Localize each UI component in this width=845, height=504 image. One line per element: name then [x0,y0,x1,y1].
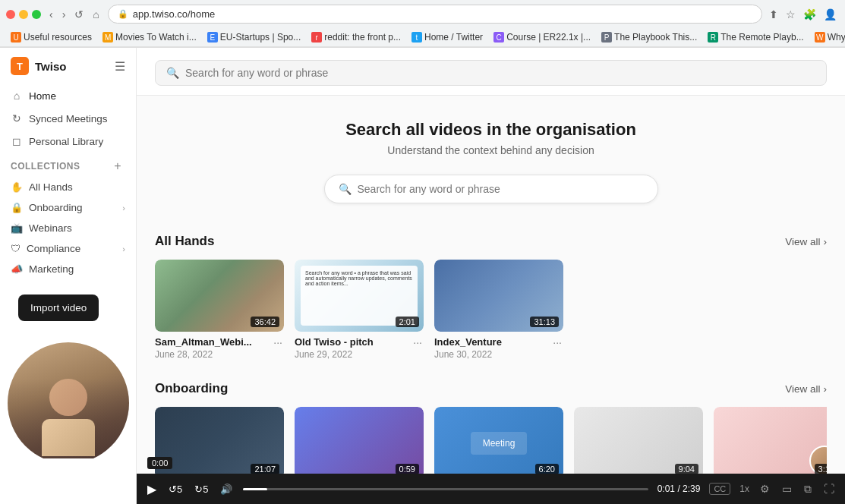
chevron-right-icon: › [824,236,828,247]
back-button[interactable]: ‹ [46,7,57,22]
video-card-saas-demos[interactable]: 9:04 SaaS Demos_How ... July 25, 2022 ··… [574,407,703,474]
top-search-input[interactable] [185,67,815,79]
video-preview-container [0,336,137,458]
sidebar-item-personal-library[interactable]: ◻ Personal Library [0,130,136,153]
all-hands-title: All Hands [155,234,214,249]
video-more-button[interactable]: ··· [272,336,284,348]
video-progress-fill [243,488,267,490]
cc-button[interactable]: CC [709,483,730,495]
video-duration: 31:13 [530,317,559,327]
view-all-all-hands-button[interactable]: View all › [785,236,827,247]
video-date: June 28, 2022 [155,349,252,360]
video-card-index-venture[interactable]: 31:13 Index_Venture June 30, 2022 ··· [434,260,563,360]
sidebar-item-label: Synced Meetings [29,113,108,124]
content-area: All Hands View all › 36:42 [137,219,845,474]
minimize-dot[interactable] [19,10,28,19]
video-card-old-twiso-pitch[interactable]: Search for any word • a phrase that was … [295,260,424,360]
onboarding-icon: 🔒 [11,202,23,213]
video-card-hyperise[interactable]: 3:13 Hyperise Integratio... July 25, 202… [714,407,827,474]
video-title: Index_Venture [434,336,502,348]
sidebar-item-home[interactable]: ⌂ Home [0,84,136,107]
compliance-icon: 🛡 [11,243,20,254]
bookmark-remote[interactable]: R The Remote Playb... [703,30,808,44]
url-text: app.twiso.co/home [133,8,215,20]
bookmark-label: reddit: the front p... [324,32,401,43]
bookmark-label: EU-Startups | Spo... [220,32,301,43]
fullscreen-button[interactable]: ⛶ [822,481,836,496]
video-card-qbr[interactable]: Meeting 6:20 QBR July 25, 2022 ··· [434,407,563,474]
webinars-icon: 📺 [11,222,23,234]
video-card-sales-qbr[interactable]: 0:59 Sales QBR July 25, 2022 ··· [295,407,424,474]
close-dot[interactable] [6,10,15,19]
bookmark-button[interactable]: ☆ [784,6,798,23]
sidebar-item-synced-meetings[interactable]: ↻ Synced Meetings [0,107,136,130]
video-more-button[interactable]: ··· [551,336,563,348]
settings-button[interactable]: ⚙ [758,481,771,496]
video-card-weekly-alignment[interactable]: 21:07 Weekly alignment July 25, 2022 ··· [155,407,284,474]
video-meta: Sam_Altman_Webi... June 28, 2022 ··· [155,336,284,360]
extensions-button[interactable]: 🧩 [801,6,818,23]
hero-search-input[interactable] [358,183,644,195]
sidebar-item-all-hands[interactable]: ✋ All Hands [0,177,136,197]
video-progress-bar[interactable] [243,488,648,490]
bookmark-label: The Playbook This... [614,32,697,43]
chevron-right-icon: › [122,203,125,213]
video-player-bar: 0:00 ▶ ↺5 ↻5 🔊 0:01 / 2:39 CC 1x ⚙ ▭ ⧉ ⛶ [137,474,845,504]
hero-subtitle: Understand the context behind any decisi… [155,144,827,156]
hero-search-bar[interactable]: 🔍 [324,175,658,203]
sidebar-menu-button[interactable]: ☰ [115,59,125,74]
video-more-button[interactable]: ··· [411,336,424,348]
reload-button[interactable]: ↺ [71,7,87,22]
video-thumb-container: 9:04 [574,407,703,474]
logo-letter: T [17,61,23,72]
sidebar-item-marketing[interactable]: 📣 Marketing [0,259,136,279]
video-meta: Old Twiso - pitch June 29, 2022 ··· [295,336,424,360]
share-button[interactable]: ⬆ [767,6,780,23]
bookmark-twitter[interactable]: t Home / Twitter [407,30,487,44]
bookmark-playbook1[interactable]: P The Playbook This... [597,30,702,44]
bookmark-course[interactable]: C Course | ER22.1x |... [489,30,595,44]
bookmark-eu-startups[interactable]: E EU-Startups | Spo... [203,30,306,44]
sidebar-item-webinars[interactable]: 📺 Webinars [0,218,136,238]
video-duration: 21:07 [251,464,279,474]
rewind-button[interactable]: ↺5 [167,482,184,496]
video-circle-preview [8,342,129,458]
hero-title: Search all videos in the organisation [155,120,827,140]
bookmark-label: The Remote Playb... [720,32,803,43]
maximize-dot[interactable] [32,10,41,19]
profile-button[interactable]: 👤 [821,6,839,23]
sidebar-item-compliance[interactable]: 🛡 Compliance › [0,238,136,259]
collections-title: Collections [11,161,80,172]
view-all-label: View all [785,236,820,247]
bookmark-movies[interactable]: M Movies To Watch i... [98,30,201,44]
onboarding-title: Onboarding [155,381,228,396]
library-icon: ◻ [11,135,23,147]
address-bar[interactable]: 🔒 app.twiso.co/home [108,5,762,24]
theater-mode-button[interactable]: ▭ [780,481,793,496]
video-card-sam-altman[interactable]: 36:42 Sam_Altman_Webi... June 28, 2022 ·… [155,260,284,360]
video-info: Old Twiso - pitch June 29, 2022 [295,336,374,360]
volume-button[interactable]: 🔊 [219,482,234,496]
import-video-button[interactable]: Import video [18,295,99,321]
all-hands-video-grid: 36:42 Sam_Altman_Webi... June 28, 2022 ·… [155,260,827,360]
sidebar-item-label: Personal Library [29,136,103,147]
main-content: Search all videos in the organisation Un… [137,96,845,474]
bookmark-reddit[interactable]: r reddit: the front p... [307,30,405,44]
home-button[interactable]: ⌂ [89,7,102,22]
bookmark-favicon: P [601,32,612,43]
sidebar-item-onboarding[interactable]: 🔒 Onboarding › [0,197,136,218]
picture-in-picture-button[interactable]: ⧉ [802,481,813,497]
bookmark-why[interactable]: W Why You Should B... [810,30,845,44]
bookmark-useful-resources[interactable]: U Useful resources [6,30,96,44]
add-collection-button[interactable]: + [110,159,125,174]
view-all-onboarding-button[interactable]: View all › [785,383,827,395]
play-pause-button[interactable]: ▶ [146,480,158,498]
qbr-overlay: Meeting [471,432,528,455]
top-search-bar[interactable]: 🔍 [155,60,827,86]
forward-button[interactable]: ↻5 [193,482,210,496]
person-head [49,379,87,416]
speed-button[interactable]: 1x [739,484,749,494]
video-thumb-container: Search for any word • a phrase that was … [295,260,424,332]
video-thumb-container: 21:07 [155,407,284,474]
forward-button[interactable]: › [58,7,70,22]
